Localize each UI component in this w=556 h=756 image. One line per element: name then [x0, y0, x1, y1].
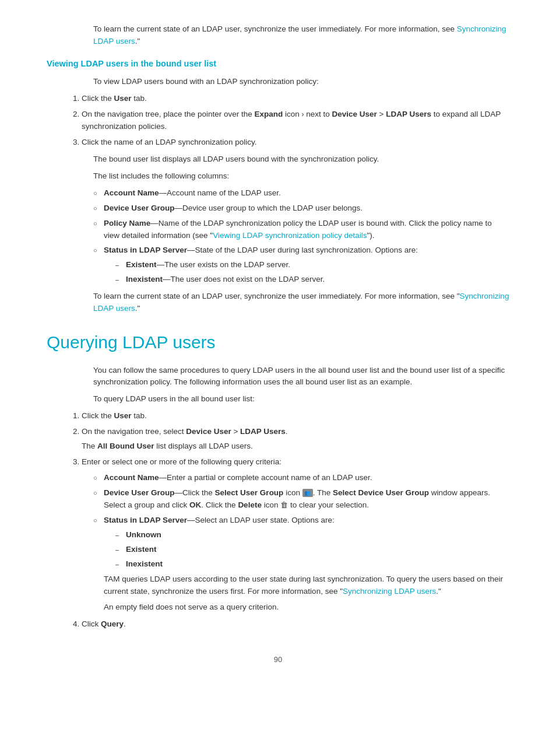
criteria-device-user-group: Device User Group—Click the Select User … [93, 487, 509, 512]
page-number: 90 [47, 654, 509, 666]
status-existent-2: Existent [115, 544, 509, 556]
col-account-name: Account Name—Account name of the LDAP us… [93, 187, 509, 200]
step-2-3: Enter or select one or more of the follo… [82, 456, 509, 614]
step-2-1: Click the User tab. [82, 410, 509, 422]
tam-note: TAM queries LDAP users according to the … [104, 573, 509, 598]
section2-intro2: To query LDAP users in the all bound use… [93, 393, 509, 405]
expand-label: Expand [254, 110, 283, 118]
section1: Viewing LDAP users in the bound user lis… [47, 57, 509, 315]
steps-list-2: Click the User tab. On the navigation tr… [70, 410, 509, 631]
criteria-status: Status in LDAP Server—Select an LDAP use… [93, 514, 509, 614]
step-2-2: On the navigation tree, select Device Us… [82, 426, 509, 453]
col-device-user-group: Device User Group—Device user group to w… [93, 202, 509, 215]
status-unknown: Unknown [115, 529, 509, 541]
section1-heading: Viewing LDAP users in the bound user lis… [47, 57, 509, 70]
ldap-users-2: LDAP Users [240, 427, 286, 436]
status-inexistent-1: Inexistent—The user does not exist on th… [115, 274, 509, 286]
step-2-4: Click Query. [82, 618, 509, 631]
user-tab-label-2: User [114, 411, 132, 420]
columns-list: Account Name—Account name of the LDAP us… [93, 187, 509, 286]
criteria-list: Account Name—Enter a partial or complete… [93, 472, 509, 614]
section1-intro: To view LDAP users bound with an LDAP sy… [93, 76, 509, 88]
step2-sub: The All Bound User list displays all LDA… [82, 440, 509, 453]
criteria-account-name: Account Name—Enter a partial or complete… [93, 472, 509, 484]
section2: Querying LDAP users You can follow the s… [47, 329, 509, 631]
step-1-3: Click the name of an LDAP synchronizatio… [82, 136, 509, 149]
after-step3-line2: The list includes the following columns: [93, 170, 509, 183]
section2-steps: Click the User tab. On the navigation tr… [70, 410, 509, 631]
device-user-2: Device User [186, 427, 231, 436]
section1-footer: To learn the current state of an LDAP us… [93, 290, 509, 315]
status-options-1: Existent—The user exists on the LDAP ser… [115, 259, 509, 286]
col-status-ldap: Status in LDAP Server—State of the LDAP … [93, 244, 509, 286]
people-icon: 👥 [302, 489, 313, 497]
user-tab-label: User [114, 94, 132, 103]
chevron-icon: › [302, 109, 304, 120]
empty-note: An empty field does not serve as a query… [104, 601, 509, 614]
policy-details-link[interactable]: Viewing LDAP synchronization policy deta… [213, 231, 367, 240]
status-options-2: Unknown Existent Inexistent [115, 529, 509, 570]
sync-link-3[interactable]: Synchronizing LDAP users [343, 587, 436, 596]
steps-list-1: Click the User tab. On the navigation tr… [70, 93, 509, 149]
intro-text: To learn the current state of an LDAP us… [93, 24, 457, 33]
after-step3-line1: The bound user list displays all LDAP us… [93, 153, 509, 166]
section2-heading: Querying LDAP users [47, 329, 509, 356]
device-user-label: Device User [332, 110, 377, 118]
intro-paragraph: To learn the current state of an LDAP us… [93, 23, 509, 48]
status-existent-1: Existent—The user exists on the LDAP ser… [115, 259, 509, 271]
step-1-2: On the navigation tree, place the pointe… [82, 108, 509, 133]
query-label: Query [101, 620, 124, 628]
sync-link-2[interactable]: Synchronizing LDAP users [93, 292, 509, 313]
section1-steps: Click the User tab. On the navigation tr… [70, 93, 509, 149]
status-inexistent-2: Inexistent [115, 558, 509, 570]
col-policy-name: Policy Name—Name of the LDAP synchroniza… [93, 218, 509, 242]
ldap-users-label: LDAP Users [386, 110, 431, 118]
step-1-1: Click the User tab. [82, 93, 509, 105]
section2-intro1: You can follow the same procedures to qu… [93, 365, 509, 389]
trash-icon: 🗑 [280, 499, 288, 511]
